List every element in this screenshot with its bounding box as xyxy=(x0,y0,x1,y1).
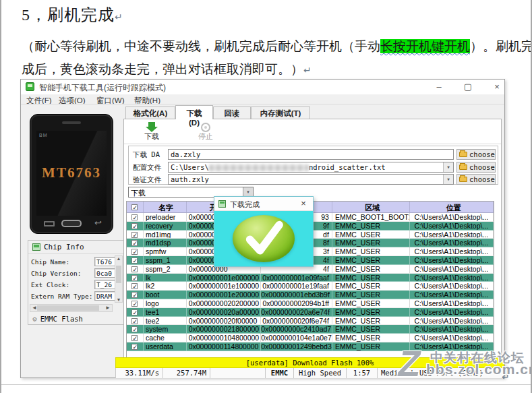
row-checkbox-cell[interactable]: ✓ xyxy=(127,222,144,230)
choose-da-button[interactable]: choose xyxy=(456,149,496,160)
file-location: C:\Users\A1\Desktop\... xyxy=(410,299,494,307)
region: EMMC_USER xyxy=(332,247,411,255)
row-checkbox-cell[interactable]: ✓ xyxy=(127,231,144,239)
auth-file-combo[interactable]: auth.zxly▼ xyxy=(168,174,454,185)
chip-field-row: Chip Version:0ca0 xyxy=(31,270,81,280)
status-bar: 33.11M/s 257.74M EMMC High Speed 1:57 Me… xyxy=(115,368,504,378)
row-checkbox-cell[interactable]: ✓ xyxy=(127,317,144,325)
row-checkbox[interactable]: ✓ xyxy=(131,249,138,255)
row-checkbox[interactable]: ✓ xyxy=(131,309,138,315)
chip-field-value: T_26 xyxy=(94,280,117,289)
row-checkbox-cell[interactable]: ✓ xyxy=(127,299,144,307)
table-row[interactable]: ✓ lk2 0x000000001e100000 0x000000001e19f… xyxy=(127,282,494,291)
vertical-scrollbar[interactable]: ▲ ▼ xyxy=(115,255,123,303)
dialog-title: 下载完成 xyxy=(230,200,260,210)
tab-readback[interactable]: 回读(R) xyxy=(213,107,251,119)
auth-file-value: auth.zxly xyxy=(171,175,209,183)
region: EMMC_USER xyxy=(332,231,411,239)
download-agent-input[interactable]: da.zxly xyxy=(168,149,454,160)
choose-auth-button[interactable]: choose xyxy=(456,174,496,185)
tab-format[interactable]: 格式化(A) xyxy=(125,107,175,119)
row-checkbox[interactable]: ✓ xyxy=(131,223,138,229)
file-location: C:\Users\A1\Desktop\... xyxy=(410,265,494,273)
row-checkbox-cell[interactable]: ✓ xyxy=(127,342,144,351)
header-location[interactable]: 位置 xyxy=(410,202,494,212)
chevron-down-icon[interactable]: ▼ xyxy=(243,187,253,197)
row-checkbox[interactable]: ✓ xyxy=(131,344,138,350)
partition-name: recovery xyxy=(144,222,187,230)
horizontal-scrollbar[interactable]: ◄ ► xyxy=(30,304,113,312)
gear-icon: ⚙ xyxy=(32,315,37,324)
table-row[interactable]: ✓ cache 0x0000000104800000 0x0000000104e… xyxy=(127,334,494,342)
chevron-down-icon[interactable]: ▼ xyxy=(443,175,453,184)
row-checkbox-cell[interactable]: ✓ xyxy=(127,274,144,282)
table-row[interactable]: ✓ logo 0x0000000020200000 0x000000002094… xyxy=(127,299,494,308)
start-address: 0x000000001e200000 xyxy=(187,291,262,299)
row-checkbox-cell[interactable]: ✓ xyxy=(127,325,144,333)
row-checkbox[interactable]: ✓ xyxy=(131,275,138,281)
region: EMMC_USER xyxy=(332,291,411,299)
status-elapsed-time: 1:57 xyxy=(346,368,377,378)
tab-download[interactable]: 下载(D) xyxy=(175,105,213,119)
header-checkbox[interactable]: ✓ xyxy=(131,204,138,210)
row-checkbox[interactable]: ✓ xyxy=(131,301,138,307)
table-row[interactable]: ✓ system 0x0000000021800000 0x00000000c2… xyxy=(127,325,494,334)
table-row[interactable]: ✓ tee1 0x0000000020a00000 0x0000000020a6… xyxy=(127,308,494,317)
row-checkbox-cell[interactable]: ✓ xyxy=(127,282,144,290)
scroll-down-icon[interactable]: ▼ xyxy=(115,297,122,302)
dialog-close-button[interactable]: × xyxy=(298,198,309,208)
close-button[interactable]: × xyxy=(487,81,507,93)
phone-image: BM MT6763 ↩ xyxy=(30,114,113,234)
success-check-icon xyxy=(233,215,295,262)
scrollbar-thumb[interactable] xyxy=(37,305,99,311)
scroll-right-icon[interactable]: ► xyxy=(105,305,111,311)
status-usb-mode: High Speed xyxy=(293,368,346,378)
row-checkbox[interactable]: ✓ xyxy=(131,326,138,332)
file-location: C:\Users\A1\Desktop\... xyxy=(410,317,494,325)
table-row[interactable]: ✓ userdata 0x0000000114800000 0x00000001… xyxy=(127,342,494,351)
scrollbar-thumb[interactable] xyxy=(116,266,121,283)
row-checkbox[interactable]: ✓ xyxy=(131,214,138,220)
row-checkbox[interactable]: ✓ xyxy=(131,266,138,272)
scatter-file-combo[interactable]: C:\Users\ndroid_scatter.txt▼ xyxy=(168,162,454,173)
row-checkbox[interactable]: ✓ xyxy=(131,283,138,289)
table-row[interactable]: ✓ tee2 0x0000000020f00000 0x0000000020f6… xyxy=(127,317,494,326)
region: EMMC_USER xyxy=(332,265,411,273)
minimize-button[interactable]: – xyxy=(429,81,449,93)
doc-heading-text: 5，刷机完成 xyxy=(22,6,115,24)
choose-label: choose xyxy=(469,163,495,171)
row-checkbox-cell[interactable]: ✓ xyxy=(127,239,144,247)
header-checkbox-cell[interactable]: ✓ xyxy=(127,202,144,212)
download-agent-row: 下载 DA da.zxly choose xyxy=(129,149,498,160)
partition-name: logo xyxy=(144,299,187,307)
row-checkbox-cell[interactable]: ✓ xyxy=(127,334,144,342)
row-checkbox[interactable]: ✓ xyxy=(131,335,138,341)
row-checkbox-cell[interactable]: ✓ xyxy=(127,265,144,273)
scroll-left-icon[interactable]: ◄ xyxy=(32,305,37,311)
row-checkbox-cell[interactable]: ✓ xyxy=(127,247,144,255)
chevron-down-icon[interactable]: ▼ xyxy=(443,162,453,172)
row-checkbox[interactable]: ✓ xyxy=(131,258,138,264)
row-checkbox[interactable]: ✓ xyxy=(131,292,138,298)
stop-button-label: 停止 xyxy=(190,131,221,142)
choose-scatter-button[interactable]: choose xyxy=(456,162,496,173)
maximize-button[interactable]: ▢ xyxy=(458,81,478,93)
header-name[interactable]: 名字 xyxy=(144,202,187,212)
status-data-written: 257.74M xyxy=(162,368,210,378)
row-checkbox[interactable]: ✓ xyxy=(131,318,138,324)
download-agent-label: 下载 DA xyxy=(133,150,160,160)
download-button[interactable]: 下载 xyxy=(136,121,167,142)
row-checkbox[interactable]: ✓ xyxy=(131,232,138,238)
dialog-titlebar[interactable]: 下载完成 × xyxy=(214,197,313,211)
tab-memory-test[interactable]: 内存测试(T) xyxy=(251,107,310,119)
header-region[interactable]: 区域 xyxy=(332,202,411,212)
row-checkbox-cell[interactable]: ✓ xyxy=(127,213,144,221)
row-checkbox-cell[interactable]: ✓ xyxy=(127,256,144,264)
titlebar[interactable]: 智能手机下载工具(运行时跟踪模式) – ▢ × xyxy=(21,80,504,94)
row-checkbox-cell[interactable]: ✓ xyxy=(127,291,144,299)
row-checkbox[interactable]: ✓ xyxy=(131,240,138,246)
row-checkbox-cell[interactable]: ✓ xyxy=(127,308,144,316)
table-row[interactable]: ✓ boot 0x000000001e200000 0x000000001ebd… xyxy=(127,291,494,299)
table-row[interactable]: ✓ lk 0x000000001e000000 0x000000001e09fa… xyxy=(127,274,494,282)
scroll-up-icon[interactable]: ▲ xyxy=(115,256,122,261)
